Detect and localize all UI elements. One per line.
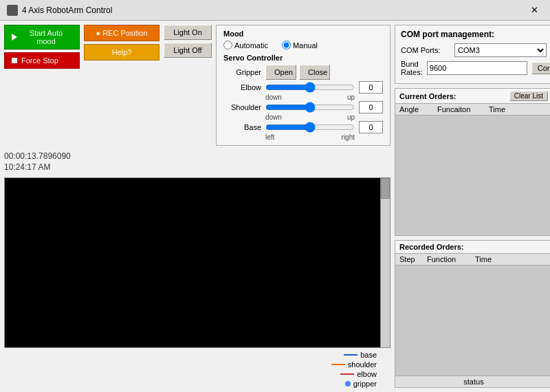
app-icon (7, 5, 18, 16)
current-time: 10:24:17 AM (4, 162, 390, 172)
elapsed-timer: 00:00:13.7896090 (4, 151, 390, 161)
com-section: COM port management: COM Ports: COM3 Bun… (395, 25, 550, 84)
legend-shoulder-line (331, 364, 345, 365)
shoulder-slider-labels: down up (265, 113, 355, 121)
shoulder-slider-container: Shoulder 0 down up (223, 101, 383, 121)
col-angle-header: Angle (399, 105, 437, 113)
light-on-button[interactable]: Light On (164, 25, 212, 40)
recorded-orders-title: Recorded Orders: (399, 243, 464, 251)
col-recorded-time-header: Time (475, 255, 548, 263)
elbow-slider[interactable] (265, 82, 355, 93)
legend-gripper: gripper (345, 380, 377, 388)
mood-label: Mood (223, 30, 383, 38)
col-time-header: Time (489, 105, 548, 113)
chart-scrollbar[interactable] (380, 178, 390, 347)
legend-shoulder-label: shoulder (348, 360, 377, 369)
legend-elbow-label: elbow (357, 370, 377, 378)
base-slider-labels: left right (265, 133, 355, 141)
base-slider[interactable] (265, 122, 355, 133)
elbow-value-input[interactable]: 0 (359, 81, 383, 94)
mood-manual-radio[interactable] (282, 41, 291, 50)
mood-automatic-label[interactable]: Automatic (223, 41, 268, 50)
com-ports-label: COM Ports: (401, 46, 450, 54)
shoulder-label: Shoulder (223, 103, 261, 111)
recorded-orders-section: Recorded Orders: Step Function Time stat… (395, 240, 550, 388)
current-orders-section: Current Orders: Clear List Angle Funcait… (395, 88, 550, 236)
elbow-slider-labels: down up (265, 94, 355, 101)
legend-gripper-dot (345, 381, 351, 386)
legend-area: base shoulder elbow gripper (4, 351, 390, 388)
status-bar: status (395, 375, 550, 387)
com-ports-row: COM Ports: COM3 (401, 43, 547, 57)
base-label: Base (223, 123, 261, 131)
force-stop-button[interactable]: Force Stop (4, 52, 80, 69)
legend-base-line (344, 354, 358, 356)
gripper-row: Gripper Open Close (223, 65, 383, 80)
rec-position-button[interactable]: ● REC Position (84, 25, 160, 41)
title-bar: 4 Axis RobotArm Control ✕ (0, 0, 550, 21)
gripper-open-button[interactable]: Open (265, 65, 296, 80)
chart-area (4, 177, 390, 348)
base-value-input[interactable]: 0 (359, 121, 383, 133)
close-button[interactable]: ✕ (526, 3, 543, 17)
gripper-close-button[interactable]: Close (299, 65, 330, 80)
current-orders-body (395, 116, 550, 235)
legend-shoulder: shoulder (331, 360, 377, 369)
servo-controller-label: Servo Controller (223, 54, 383, 62)
current-orders-header: Current Orders: Clear List (395, 89, 550, 104)
play-icon (12, 34, 17, 41)
legend-elbow-line (340, 373, 354, 375)
elbow-label: Elbow (223, 83, 261, 91)
legend-base: base (344, 351, 377, 359)
col-recorded-function-header: Function (427, 255, 475, 263)
recorded-orders-columns: Step Function Time (395, 254, 550, 265)
com-title: COM port management: (401, 30, 547, 39)
gripper-label: Gripper (223, 68, 261, 76)
legend-gripper-label: gripper (353, 380, 377, 388)
connect-button[interactable]: Connect (531, 62, 550, 74)
col-step-header: Step (399, 255, 427, 263)
timer-section: 00:00:13.7896090 10:24:17 AM (4, 149, 390, 175)
current-orders-title: Current Orders: (399, 92, 456, 100)
recorded-orders-body (395, 265, 550, 375)
baud-rates-row: Bund Rates: 9600 Connect (401, 60, 547, 76)
clear-list-button[interactable]: Clear List (509, 91, 548, 101)
light-off-button[interactable]: Light Off (164, 43, 212, 58)
com-ports-select[interactable]: COM3 (454, 43, 547, 57)
mood-manual-label[interactable]: Manual (282, 41, 318, 50)
baud-rate-input[interactable]: 9600 (427, 61, 527, 75)
recorded-orders-header: Recorded Orders: (395, 241, 550, 254)
status-text: status (463, 378, 483, 386)
elbow-slider-container: Elbow 0 down up (223, 81, 383, 101)
legend-elbow: elbow (340, 370, 377, 378)
baud-rates-label: Bund Rates: (401, 60, 423, 76)
current-orders-columns: Angle Funcaiton Time (395, 104, 550, 116)
stop-icon (12, 58, 17, 63)
scrollbar-thumb[interactable] (381, 178, 390, 199)
base-slider-container: Base 0 left right (223, 121, 383, 141)
legend-base-label: base (360, 351, 377, 359)
window-title: 4 Axis RobotArm Control (22, 6, 112, 15)
mood-automatic-radio[interactable] (223, 41, 232, 50)
shoulder-value-input[interactable]: 0 (359, 101, 383, 113)
mood-radio-group: Automatic Manual (223, 41, 383, 50)
shoulder-slider[interactable] (265, 102, 355, 113)
start-auto-mood-button[interactable]: Start Auto mood (4, 25, 80, 50)
col-function-header: Funcaiton (437, 105, 489, 113)
help-button[interactable]: Help? (84, 44, 160, 61)
